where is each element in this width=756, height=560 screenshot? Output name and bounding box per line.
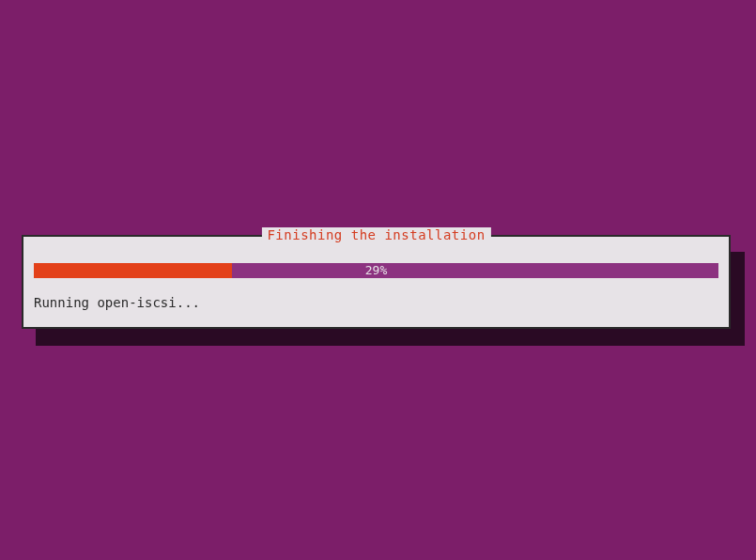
status-message: Running open-iscsi... <box>34 295 200 310</box>
installer-dialog: Finishing the installation 29% Running o… <box>22 235 731 329</box>
progress-bar: 29% <box>34 263 718 278</box>
progress-percent-label: 29% <box>34 263 718 278</box>
dialog-title: Finishing the installation <box>261 227 490 242</box>
